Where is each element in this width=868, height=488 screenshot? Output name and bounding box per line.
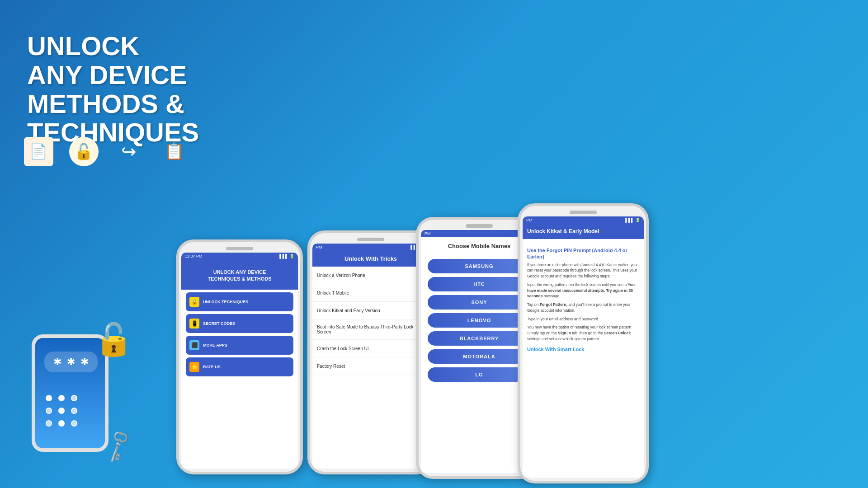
rate-us-icon: ⭐ (189, 362, 199, 372)
phone1-screen: 12:07 PM ▌▌▌ 🔋 UNLOCK ANY DEVICETECHNIQU… (181, 253, 298, 469)
phone1-status-bar: 12:07 PM ▌▌▌ 🔋 (181, 253, 298, 260)
brand-lenovo[interactable]: LENOVO (428, 313, 531, 328)
hero-title: UNLOCK ANY DEVICE METHODS & TECHNIQUES (27, 32, 190, 147)
phone1-notch (226, 247, 253, 250)
phone2-notch (357, 238, 384, 241)
secret-codes-btn[interactable]: 📱 SECRET CODES (186, 314, 293, 333)
trick-safemode-label: Boot into Safe Mode to Bypass Third-Part… (317, 324, 422, 334)
phone4-notch (570, 211, 597, 214)
clipboard-icon: 📋 (158, 136, 190, 167)
article-section-title: Use the Forgot PIN Prompt (Android 4.4 o… (527, 247, 639, 260)
phone1: 12:07 PM ▌▌▌ 🔋 UNLOCK ANY DEVICETECHNIQU… (176, 239, 303, 474)
pattern-grid (42, 391, 81, 430)
trick-kitkat-label: Unlock Kitkat and Early Version (317, 308, 380, 313)
unlock-techniques-icon: 🔒 (189, 297, 199, 307)
phone-illustration: ✱ ✱ ✱ 🔓 🗝️ (27, 334, 131, 465)
trick-tmobile-label: Unlock T Mobile (317, 291, 349, 296)
phone4-status-bar: PM ▌▌▌ 🔋 (523, 216, 644, 224)
brand-motorala[interactable]: MOTORALA (428, 349, 531, 364)
lock-overlay-icon: 🔓 (94, 321, 133, 358)
brand-samsung[interactable]: SAMSUNG (428, 259, 531, 273)
phone2-time: PM (316, 245, 322, 249)
smart-lock-link[interactable]: Unlock With Smart Lock (527, 346, 639, 353)
article-step1: Input the wrong pattern into the lock sc… (527, 282, 639, 299)
brand-blackberry[interactable]: BLACKBERRY (428, 331, 531, 346)
article-body1: If you have an older phone with Android … (527, 262, 639, 279)
trick-factory-label: Factory Reset (317, 364, 345, 369)
phone2-status-bar: PM ▌▌▌ 🔋 (312, 244, 429, 251)
unlock-techniques-btn[interactable]: 🔒 UNLOCK TECHNIQUES (186, 292, 293, 311)
trick-item-crash[interactable]: Crash the Lock Screen UI › (312, 340, 429, 357)
pin-dots-display: ✱ ✱ ✱ (44, 352, 98, 372)
code-icon: 📄 (23, 136, 54, 167)
trick-item-verizon[interactable]: Unlock a Verizon Phone › (312, 267, 429, 284)
brand-lg[interactable]: LG (428, 367, 531, 382)
phone3-notch (466, 224, 493, 228)
lock-icon: 🔓 (68, 136, 99, 167)
phone3-time: PM (425, 231, 431, 236)
more-apps-label: MORE APPS (203, 343, 227, 347)
rate-us-label: RATE US (203, 365, 221, 369)
trick-item-factory[interactable]: Factory Reset › (312, 357, 429, 375)
phone2-screen: PM ▌▌▌ 🔋 Unlock With Tricks Unlock a Ver… (312, 244, 429, 469)
trick-item-safemode[interactable]: Boot into Safe Mode to Bypass Third-Part… (312, 319, 429, 340)
trick-verizon-label: Unlock a Verizon Phone (317, 273, 365, 278)
phone1-time: 12:07 PM (185, 254, 203, 258)
phone4-content: Use the Forgot PIN Prompt (Android 4.4 o… (523, 239, 644, 357)
icons-row: 📄 🔓 ↪ 📋 (23, 136, 190, 167)
article-step4: You now have the option of resetting you… (527, 324, 639, 342)
unlock-techniques-label: UNLOCK TECHNIQUES (203, 300, 248, 304)
phone1-shell: 12:07 PM ▌▌▌ 🔋 UNLOCK ANY DEVICETECHNIQU… (176, 239, 303, 474)
phone2: PM ▌▌▌ 🔋 Unlock With Tricks Unlock a Ver… (307, 230, 434, 474)
phone4: PM ▌▌▌ 🔋 Unlock Kitkat & Early Model Use… (518, 203, 649, 483)
phone1-app-title: UNLOCK ANY DEVICETECHNIQUES & METHODS (181, 260, 298, 290)
phone4-signal: ▌▌▌ 🔋 (625, 218, 640, 222)
brand-htc[interactable]: HTC (428, 277, 531, 291)
secret-codes-icon: 📱 (189, 319, 199, 328)
trick-crash-label: Crash the Lock Screen UI (317, 346, 369, 351)
phone4-screen: PM ▌▌▌ 🔋 Unlock Kitkat & Early Model Use… (523, 216, 644, 478)
more-apps-icon: ⬛ (189, 340, 199, 350)
article-step3: Type in your email address and password. (527, 316, 639, 322)
trick-item-tmobile[interactable]: Unlock T Mobile › (312, 284, 429, 302)
more-apps-btn[interactable]: ⬛ MORE APPS (186, 336, 293, 355)
article-step2: Tap on Forgot Pattern, and you'll see a … (527, 302, 639, 314)
phone4-shell: PM ▌▌▌ 🔋 Unlock Kitkat & Early Model Use… (518, 203, 649, 483)
phone4-header: Unlock Kitkat & Early Model (523, 224, 644, 239)
trick-item-kitkat[interactable]: Unlock Kitkat and Early Version › (312, 302, 429, 319)
secret-codes-label: SECRET CODES (203, 321, 235, 326)
rate-us-btn[interactable]: ⭐ RATE US (186, 357, 293, 376)
phone2-shell: PM ▌▌▌ 🔋 Unlock With Tricks Unlock a Ver… (307, 230, 434, 474)
phone4-time: PM (526, 218, 533, 222)
share-icon: ↪ (113, 136, 145, 167)
phone1-signal: ▌▌▌ 🔋 (279, 254, 294, 258)
brand-sony[interactable]: SONY (428, 295, 531, 310)
phone2-header: Unlock With Tricks (312, 251, 429, 267)
